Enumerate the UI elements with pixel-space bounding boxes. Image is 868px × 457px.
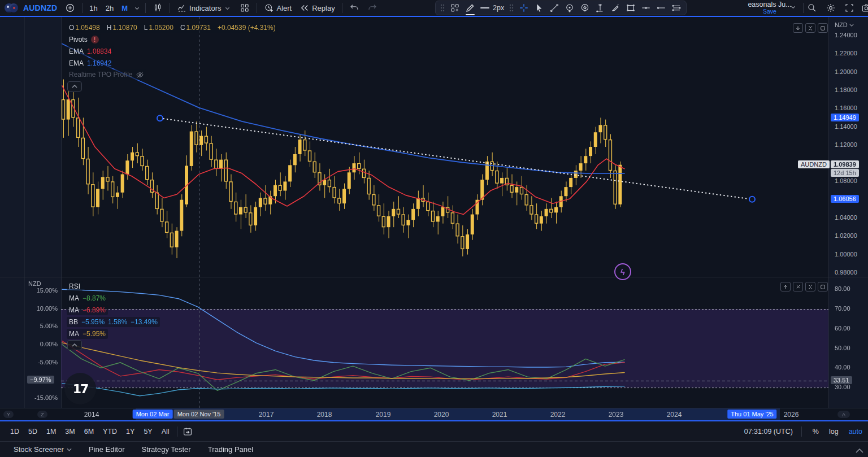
line-width-button[interactable]: 2px: [480, 4, 504, 12]
trendline-tool-icon[interactable]: [549, 3, 559, 13]
drag-handle-icon[interactable]: [440, 4, 445, 12]
legend-collapse-button[interactable]: [67, 81, 82, 92]
bottom-tab-pine-editor[interactable]: Pine Editor: [89, 445, 125, 454]
eye-off-icon[interactable]: [136, 71, 144, 79]
bottom-tab-stock-screener[interactable]: Stock Screener: [14, 445, 72, 454]
panel-expand-chevron-icon[interactable]: [856, 445, 863, 455]
ohlc-legend-row[interactable]: O1.05498H1.10870L1.05200C1.09731+0.04539…: [67, 23, 278, 33]
horizontal-line-tool-icon[interactable]: [641, 3, 651, 13]
price-tick-label: 1.08000: [835, 177, 857, 184]
time-axis-corner-button[interactable]: A: [837, 411, 850, 418]
left-scale-currency-label[interactable]: NZD: [28, 280, 41, 287]
horizontal-ray-tool-icon[interactable]: [656, 3, 666, 13]
rectangle-tool-icon[interactable]: [626, 3, 636, 13]
pane-move-down-button[interactable]: [793, 23, 803, 33]
indicator-row-tpo[interactable]: Realtime TPO Profile: [67, 69, 146, 80]
parallel-lines-tool-icon[interactable]: [671, 3, 682, 13]
rsi-tick-label: 80.00: [835, 285, 850, 292]
range-button-6m[interactable]: 6M: [80, 426, 98, 437]
fullscreen-icon[interactable]: [844, 3, 854, 13]
symbol-pair-logo: [5, 3, 19, 13]
divider: [342, 3, 342, 13]
redo-button[interactable]: [363, 2, 381, 14]
divider: [177, 426, 177, 437]
log-scale-button[interactable]: log: [827, 426, 841, 437]
ohlc-low-label: L: [144, 24, 148, 32]
range-button-5y[interactable]: 5Y: [139, 426, 157, 437]
brush-tool-icon[interactable]: [610, 3, 620, 13]
replay-button[interactable]: Replay: [296, 2, 338, 14]
rsi-pane-collapse-button[interactable]: [805, 282, 815, 291]
bottom-tab-strategy-tester[interactable]: Strategy Tester: [141, 445, 190, 454]
left-price-scale-z[interactable]: [25, 17, 62, 408]
rsi-pane-close-button[interactable]: [793, 282, 803, 291]
chevron-down-icon[interactable]: [789, 3, 797, 11]
percent-scale-button[interactable]: %: [810, 426, 821, 437]
rsi-pane-maximize-button[interactable]: [818, 282, 828, 291]
search-icon[interactable]: [807, 3, 817, 13]
scale-toggle-z[interactable]: Z: [37, 411, 47, 418]
crosshair-tool-icon[interactable]: [519, 3, 529, 13]
forecast-tool-icon[interactable]: [595, 3, 605, 13]
compare-add-button[interactable]: [61, 2, 79, 14]
clock-utc-button[interactable]: 07:31:09 (UTC): [744, 428, 793, 436]
drag-handle-icon[interactable]: [509, 4, 514, 12]
rsi-row-ma-yellow[interactable]: MA−5.95%: [67, 329, 108, 339]
alert-button[interactable]: Alert: [260, 2, 296, 14]
alert-label: Alert: [276, 4, 292, 12]
symbol-button[interactable]: AUDNZD: [19, 2, 61, 14]
rsi-pane-move-up-button[interactable]: [780, 282, 791, 291]
pane-maximize-button[interactable]: [818, 23, 828, 33]
price-tick-label: 1.22000: [835, 50, 857, 56]
pane-collapse-button[interactable]: [805, 23, 815, 33]
indicator-value: −5.95%: [81, 318, 105, 326]
indicator-value: 1.58%: [108, 318, 127, 326]
indicator-row-ema-fast[interactable]: EMA1.08834: [67, 46, 114, 56]
range-button-1y[interactable]: 1Y: [121, 426, 139, 437]
pane-separator[interactable]: [0, 277, 868, 277]
chart-style-button[interactable]: [149, 2, 167, 14]
left-price-scale-y[interactable]: [0, 17, 25, 408]
layout-add-icon[interactable]: [450, 3, 460, 13]
pencil-draw-icon[interactable]: [465, 3, 475, 13]
camera-snapshot-icon[interactable]: [861, 3, 868, 13]
timeframe-menu-button[interactable]: [132, 3, 142, 14]
price-chart-canvas[interactable]: [61, 17, 828, 408]
range-button-1m[interactable]: 1M: [42, 426, 60, 437]
alert-clock-icon: [264, 3, 274, 13]
right-scale-currency-button[interactable]: NZD: [835, 21, 854, 28]
symbol-price-tag: AUDNZD: [798, 160, 830, 168]
scale-toggle-y[interactable]: Y: [3, 411, 14, 418]
indicator-row-ema-slow[interactable]: EMA1.16942: [67, 58, 114, 68]
timeframe-1m-active[interactable]: M: [118, 3, 132, 14]
rsi-row-ma-green[interactable]: MA−8.87%: [67, 293, 108, 303]
indicator-row-pivots[interactable]: Pivots!: [67, 34, 101, 45]
pattern-star-tool-icon[interactable]: [580, 3, 590, 13]
undo-button[interactable]: [345, 2, 363, 14]
timeframe-1h[interactable]: 1h: [85, 3, 101, 14]
bottom-tab-trading-panel[interactable]: Trading Panel: [208, 445, 253, 454]
circle-tool-icon[interactable]: [565, 3, 575, 13]
range-button-all[interactable]: All: [157, 426, 174, 437]
price-tick-label: 1.20000: [835, 68, 857, 75]
range-button-3m[interactable]: 3M: [60, 426, 79, 437]
auto-scale-button[interactable]: auto: [847, 426, 862, 437]
indicator-templates-button[interactable]: [236, 2, 254, 14]
pct-tick-label: -15.00%: [25, 394, 58, 401]
price-tick-label: 1.02000: [835, 232, 857, 239]
range-button-5d[interactable]: 5D: [24, 426, 42, 437]
rsi-row-bb[interactable]: BB−5.95%1.58%−13.49%: [67, 317, 160, 327]
range-button-1d[interactable]: 1D: [6, 426, 24, 437]
settings-gear-icon[interactable]: [826, 3, 836, 13]
time-tick-label: 2021: [492, 411, 507, 419]
cursor-tool-icon[interactable]: [534, 3, 544, 13]
flash-quick-action-button[interactable]: ϟ: [614, 263, 631, 280]
rsi-row-ma-red[interactable]: MA−6.89%: [67, 305, 108, 315]
indicators-button[interactable]: Indicators: [173, 2, 236, 14]
range-button-ytd[interactable]: YTD: [98, 426, 121, 437]
rsi-legend-title[interactable]: RSI: [67, 281, 83, 291]
timeframe-2h[interactable]: 2h: [102, 3, 118, 14]
divider: [145, 3, 146, 13]
rsi-legend-collapse-button[interactable]: [67, 340, 82, 350]
go-to-date-icon[interactable]: [183, 426, 193, 437]
